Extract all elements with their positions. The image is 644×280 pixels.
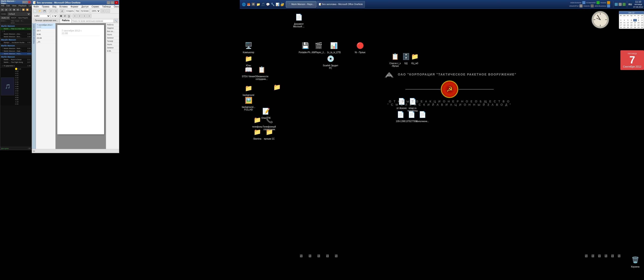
player-minimize-btn[interactable]: _: [22, 1, 25, 4]
icon-ni[interactable]: 🔴 Ni - Прлык: [351, 40, 369, 55]
icon-background-fullhd[interactable]: 🖼️ background... FULLHD: [240, 94, 257, 112]
category-label[interactable]: Рабочая записная книга: [32, 23, 35, 44]
ccleaner-icon[interactable]: [596, 1, 600, 4]
cal-day[interactable]: 17: [619, 24, 622, 26]
list-item[interactable]: · 2 01 Дорожка 1 1:38: [0, 64, 32, 67]
note-item-5[interactable]: _10.: [36, 40, 55, 44]
net-icon-r1[interactable]: 🖥: [583, 254, 589, 260]
cal-day[interactable]: 6: [630, 19, 633, 22]
search-input[interactable]: [72, 19, 114, 23]
note-content[interactable]: [62, 38, 100, 125]
cal-day[interactable]: 14: [633, 22, 637, 24]
app4-icon[interactable]: 💬: [266, 2, 270, 6]
cal-day[interactable]: 10: [619, 22, 622, 24]
net-icon-1[interactable]: 🖥: [296, 254, 306, 260]
right-item-908[interactable]: 9.08.: [106, 50, 119, 53]
right-item-work[interactable]: Работа: [106, 23, 119, 26]
cal-day[interactable]: [619, 16, 622, 19]
office-titlebar[interactable]: 📝 Без заголовка - Microsoft Office OneNo…: [32, 0, 119, 5]
office-maximize-btn[interactable]: □: [111, 1, 114, 4]
tab-work[interactable]: Работа: [60, 19, 72, 23]
bold-btn[interactable]: Ж: [59, 14, 63, 18]
cal-day[interactable]: 13: [630, 22, 633, 24]
menu-insert[interactable]: Вставка: [58, 5, 68, 8]
right-item-zapisi2[interactable]: Записи: [106, 46, 119, 50]
font-select[interactable]: Calibri: [33, 14, 50, 18]
col-duration[interactable]: D...: [21, 20, 31, 24]
next-btn[interactable]: ⏭: [16, 8, 20, 11]
open-btn[interactable]: 📂: [38, 9, 42, 13]
victoria-icon[interactable]: [607, 1, 610, 4]
taskbar-app-office[interactable]: 📝 Без заголовка - Microsoft Office OneNo…: [317, 1, 365, 8]
cal-day[interactable]: [630, 16, 633, 19]
right-item-bez[interactable]: Без за...: [106, 30, 119, 33]
stop-btn[interactable]: ⏹: [12, 8, 16, 11]
cal-day[interactable]: [633, 16, 637, 19]
col-title[interactable]: Title / track artist: [11, 20, 21, 24]
battery-icon[interactable]: [622, 3, 626, 6]
player-titlebar[interactable]: Marin Manson - Repo... _ □ ✕: [0, 0, 32, 4]
aida-extreme-icon[interactable]: [582, 1, 586, 4]
new-btn[interactable]: 📄: [33, 9, 37, 13]
cal-day[interactable]: 30: [640, 26, 644, 29]
net-icon-r6[interactable]: 🖥: [616, 254, 622, 260]
net-icon-5[interactable]: 🖥: [332, 254, 340, 260]
print-btn[interactable]: 🖨: [60, 9, 64, 13]
network-icon[interactable]: [615, 3, 618, 6]
cal-day[interactable]: 25: [622, 26, 626, 29]
player-close-btn[interactable]: ✕: [28, 1, 30, 4]
cal-day[interactable]: [626, 16, 630, 19]
net-icon-r5[interactable]: 🖥: [609, 254, 616, 260]
search-btn[interactable]: 🔍: [114, 19, 118, 23]
net-icon-r4[interactable]: 🖥: [602, 254, 609, 260]
list-item[interactable]: · Marlin ... This is a new shit 4:21: [0, 28, 32, 30]
menu-file[interactable]: Файл: [33, 5, 40, 8]
zoom-in-btn[interactable]: +: [101, 9, 105, 13]
zoom-select[interactable]: 100%: [90, 9, 100, 13]
diskinfo-icon[interactable]: [590, 4, 594, 8]
player-menu-view[interactable]: View: [12, 4, 16, 7]
cal-day[interactable]: 15: [637, 22, 640, 24]
order-select[interactable]: Default: [8, 12, 30, 16]
icon-scarlett[interactable]: 💿 Scarlett Эрудит PC: [322, 52, 339, 70]
right-item-tasks[interactable]: Задачи: [106, 26, 119, 30]
player-menu-file[interactable]: File: [1, 4, 5, 7]
redo-btn[interactable]: ↪: [54, 9, 58, 13]
menu-window[interactable]: Окно: [113, 5, 120, 8]
right-item-ushlo2[interactable]: Ушло: [106, 43, 119, 46]
icon-kts[interactable]: 📁 КЦ_м3: [406, 50, 424, 66]
player-menu-edit[interactable]: Edit: [6, 4, 10, 7]
system-clock[interactable]: 11:10 пятница07.09.2012: [633, 0, 643, 8]
cal-day[interactable]: [622, 16, 626, 19]
note-list[interactable]: 7 сентября 2012 / 11:08 13.7. 9.08. 23.0…: [36, 23, 56, 149]
cal-day[interactable]: 20: [630, 24, 633, 26]
tab-personal[interactable]: Личная записная кни...: [33, 19, 60, 23]
volume-icon[interactable]: [618, 3, 622, 6]
cal-day[interactable]: 27: [630, 26, 633, 29]
save-btn[interactable]: 💾: [42, 9, 47, 13]
ff-icon[interactable]: 🦊: [246, 2, 251, 6]
note-page[interactable]: 7 сентября 2012 г.11:08: [57, 25, 104, 134]
cal-day[interactable]: 21: [633, 24, 637, 26]
undo-btn[interactable]: ↩: [49, 9, 53, 13]
cal-day[interactable]: 5: [626, 19, 630, 22]
app2-icon[interactable]: 📁: [256, 2, 260, 6]
italic-btn[interactable]: К: [63, 14, 67, 18]
align-center-btn[interactable]: ≡: [78, 14, 82, 18]
zoom-out-btn[interactable]: -: [106, 9, 110, 13]
cal-day[interactable]: 29: [637, 26, 640, 29]
menu-format[interactable]: Формат: [70, 5, 79, 8]
right-item-telef[interactable]: Телеф: [106, 40, 119, 43]
cal-day-today[interactable]: 7: [633, 19, 637, 22]
tab-rhcp[interactable]: RHCP: [10, 16, 17, 19]
icon-duties[interactable]: 📋 Обязанности сотрудник...: [253, 64, 270, 82]
ultrasoport-icon[interactable]: [580, 4, 582, 8]
net-icon-r2[interactable]: 🖥: [589, 254, 596, 260]
list-item[interactable]: Marilyn ... Ka-Boom Ka-Boom //... 4:05: [0, 41, 32, 44]
col-artist[interactable]: Artist /...: [1, 20, 11, 24]
net-icon-3[interactable]: 🖥: [314, 254, 323, 260]
align-right-btn[interactable]: ≡: [82, 14, 86, 18]
prev-btn[interactable]: ⏮: [1, 8, 4, 11]
list-item[interactable]: · 7 Marlin Manson - Nigh... 3:23: [0, 50, 32, 52]
list-item[interactable]: Marlin ... Rock Is Dead 3:11: [0, 58, 32, 61]
